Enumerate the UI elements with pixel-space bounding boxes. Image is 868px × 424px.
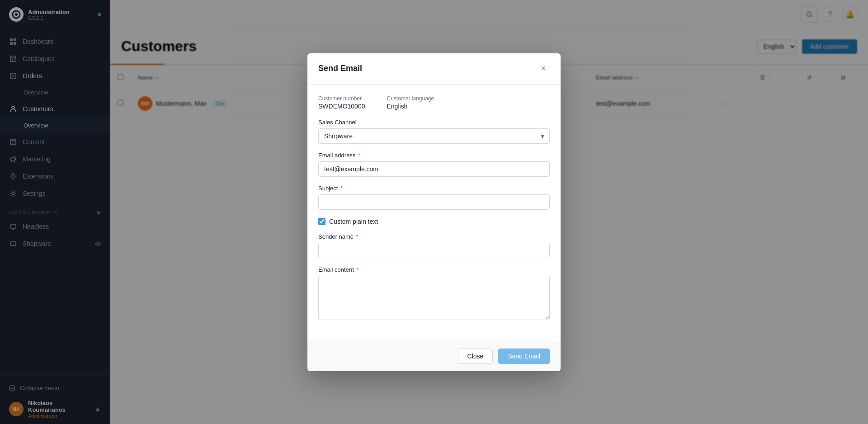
sales-channel-group: Sales Channel Shopware ▾ [318,119,550,144]
modal-header: Send Email × [307,53,561,85]
custom-plain-text-row: Custom plain text [318,218,550,225]
subject-input[interactable] [318,194,550,210]
sender-name-group: Sender name * [318,233,550,258]
close-button[interactable]: Close [458,349,493,364]
custom-plain-text-checkbox[interactable] [318,218,326,225]
sales-channel-select-wrapper: Shopware ▾ [318,128,550,144]
customer-info-row: Customer number SWDEMO10000 Customer lan… [318,95,550,110]
customer-number-label: Customer number [318,95,365,102]
modal-title: Send Email [318,64,362,73]
subject-required-marker: * [340,185,343,192]
customer-number-info: Customer number SWDEMO10000 [318,95,365,110]
customer-language-label: Customer language [387,95,434,102]
customer-language-value: English [387,103,434,110]
content-required-marker: * [356,266,359,273]
email-content-group: Email content * [318,266,550,322]
subject-group: Subject * [318,185,550,210]
sender-name-label: Sender name * [318,233,550,240]
email-address-input[interactable] [318,161,550,177]
modal-close-button[interactable]: × [537,62,550,75]
customer-language-info: Customer language English [387,95,434,110]
email-content-input[interactable] [318,276,550,320]
custom-plain-text-label[interactable]: Custom plain text [329,218,378,225]
email-address-label: Email address * [318,152,550,159]
sales-channel-label: Sales Channel [318,119,550,126]
sender-name-input[interactable] [318,243,550,258]
email-address-group: Email address * [318,152,550,177]
send-email-modal: Send Email × Customer number SWDEMO10000… [307,53,561,371]
email-content-label: Email content * [318,266,550,273]
modal-body: Customer number SWDEMO10000 Customer lan… [307,85,561,341]
sales-channel-select[interactable]: Shopware [318,128,550,144]
customer-number-value: SWDEMO10000 [318,103,365,110]
modal-overlay: Send Email × Customer number SWDEMO10000… [0,0,868,424]
modal-footer: Close Send Email [307,341,561,371]
sender-required-marker: * [356,233,359,240]
send-email-button[interactable]: Send Email [498,349,550,364]
email-required-marker: * [358,152,360,159]
subject-label: Subject * [318,185,550,192]
